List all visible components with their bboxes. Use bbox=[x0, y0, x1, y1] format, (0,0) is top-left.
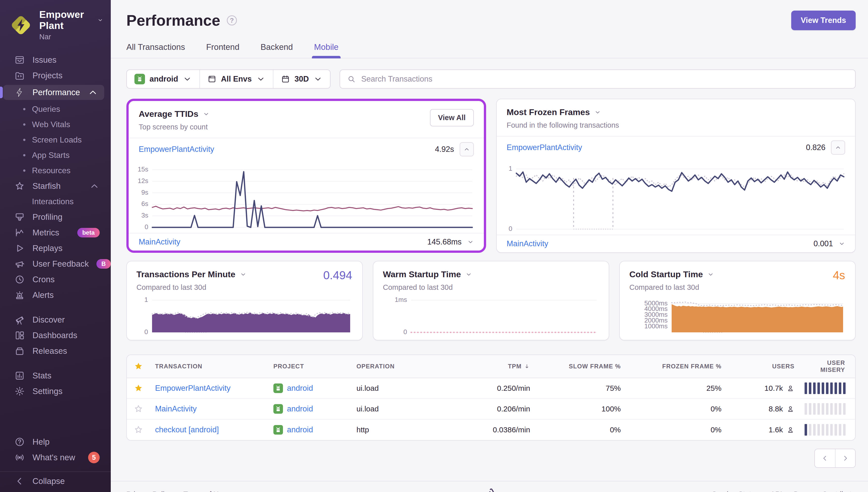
page-help-icon[interactable]: ? bbox=[227, 15, 237, 25]
main-content: Performance ? View Trends All Transactio… bbox=[111, 0, 868, 492]
chevron-down-icon bbox=[97, 16, 103, 24]
sidebar-item-starfish[interactable]: Starfish bbox=[0, 178, 111, 194]
star-toggle[interactable] bbox=[134, 384, 143, 393]
sidebar-item-issues[interactable]: Issues bbox=[0, 52, 111, 68]
transaction-link[interactable]: EmpowerPlantActivity bbox=[155, 384, 231, 393]
chevron-down-icon bbox=[256, 75, 265, 83]
sidebar-item-performance[interactable]: Performance bbox=[3, 85, 104, 100]
date-range-filter[interactable]: 30D bbox=[273, 70, 330, 88]
api-link[interactable]: API bbox=[770, 490, 782, 492]
previous-page-button[interactable] bbox=[815, 449, 835, 467]
contribute-link[interactable]: Contribute bbox=[822, 490, 856, 492]
project-cell[interactable]: android bbox=[269, 404, 352, 414]
tab-mobile[interactable]: Mobile bbox=[314, 42, 338, 58]
page-title: Performance bbox=[126, 11, 220, 29]
transaction-link[interactable]: MainActivity bbox=[507, 239, 548, 248]
sidebar-item-discover[interactable]: Discover bbox=[0, 312, 111, 327]
transaction-link[interactable]: MainActivity bbox=[139, 238, 180, 246]
sidebar-item-replays[interactable]: Replays bbox=[0, 241, 111, 256]
sidebar-item-releases[interactable]: Releases bbox=[0, 343, 111, 359]
chevron-down-icon[interactable] bbox=[839, 241, 845, 247]
project-filter[interactable]: android bbox=[127, 70, 200, 88]
next-page-button[interactable] bbox=[835, 449, 855, 467]
tab-all-transactions[interactable]: All Transactions bbox=[126, 42, 185, 58]
filter-bar: android All Envs 30D bbox=[126, 70, 856, 89]
folder-icon bbox=[14, 70, 25, 81]
docs-link[interactable]: Docs bbox=[794, 490, 810, 492]
privacy-policy-link[interactable]: Privacy Policy bbox=[126, 490, 172, 492]
tab-backend[interactable]: Backend bbox=[260, 42, 293, 58]
star-icon bbox=[14, 181, 25, 191]
col-operation[interactable]: OPERATION bbox=[352, 363, 457, 370]
transaction-link[interactable]: EmpowerPlantActivity bbox=[507, 143, 582, 152]
transaction-link[interactable]: checkout [android] bbox=[155, 425, 219, 434]
star-toggle[interactable] bbox=[134, 404, 143, 414]
star-header-icon[interactable] bbox=[134, 362, 143, 371]
sidebar-item-profiling[interactable]: Profiling bbox=[0, 209, 111, 225]
sidebar-item-help[interactable]: Help bbox=[0, 434, 111, 450]
ttid-panel-title-button[interactable]: Average TTIDs bbox=[139, 109, 209, 119]
frozen-panel-title-button[interactable]: Most Frozen Frames bbox=[507, 107, 619, 117]
sidebar-item-projects[interactable]: Projects bbox=[0, 68, 111, 83]
sidebar-item-screen-loads[interactable]: Screen Loads bbox=[0, 132, 111, 148]
svg-text:9s: 9s bbox=[142, 189, 148, 196]
service-status-link[interactable]: Service Status bbox=[712, 490, 759, 492]
search-icon bbox=[347, 75, 356, 83]
page-filters: android All Envs 30D bbox=[126, 70, 331, 89]
frozen-row-empowerplantactivity: EmpowerPlantActivity 0.826 bbox=[497, 136, 856, 158]
sidebar-collapse-button[interactable]: Collapse bbox=[0, 471, 111, 487]
sidebar-item-metrics[interactable]: Metrics beta bbox=[0, 225, 111, 241]
sidebar-item-app-starts[interactable]: App Starts bbox=[0, 148, 111, 163]
star-toggle[interactable] bbox=[134, 425, 143, 435]
sentry-logo[interactable] bbox=[484, 488, 498, 492]
user-icon bbox=[787, 404, 794, 413]
svg-text:0: 0 bbox=[509, 225, 512, 232]
transaction-link[interactable]: EmpowerPlantActivity bbox=[139, 145, 214, 154]
android-project-icon bbox=[273, 404, 283, 414]
environment-filter[interactable]: All Envs bbox=[200, 70, 273, 88]
tab-frontend[interactable]: Frontend bbox=[206, 42, 239, 58]
sidebar-item-resources[interactable]: Resources bbox=[0, 163, 111, 178]
tpm-card: Transactions Per Minute Compared to last… bbox=[126, 261, 363, 340]
sidebar-item-queries[interactable]: Queries bbox=[0, 101, 111, 117]
col-slow-frame[interactable]: SLOW FRAME % bbox=[535, 363, 626, 370]
sidebar-item-user-feedback[interactable]: User Feedback B bbox=[0, 256, 111, 272]
bullet-icon bbox=[23, 108, 25, 110]
col-tpm[interactable]: TPM bbox=[457, 363, 535, 370]
sidebar-item-interactions[interactable]: Interactions bbox=[0, 194, 111, 209]
project-cell[interactable]: android bbox=[269, 384, 352, 393]
view-trends-button[interactable]: View Trends bbox=[791, 10, 856, 30]
col-users[interactable]: USERS bbox=[726, 363, 799, 370]
sidebar-item-dashboards[interactable]: Dashboards bbox=[0, 327, 111, 343]
terms-of-use-link[interactable]: Terms of Use bbox=[183, 490, 227, 492]
chevron-up-icon bbox=[463, 146, 470, 153]
sidebar-item-settings[interactable]: Settings bbox=[0, 384, 111, 399]
broadcast-icon bbox=[14, 452, 25, 463]
col-transaction[interactable]: TRANSACTION bbox=[150, 363, 269, 370]
table-row: EmpowerPlantActivity android ui.load 0.2… bbox=[127, 378, 855, 399]
sidebar-item-alerts[interactable]: Alerts bbox=[0, 287, 111, 303]
user-misery-bars bbox=[799, 383, 856, 394]
view-all-button[interactable]: View All bbox=[430, 109, 474, 126]
col-frozen-frame[interactable]: FROZEN FRAME % bbox=[626, 363, 726, 370]
project-cell[interactable]: android bbox=[269, 425, 352, 435]
org-switcher[interactable]: Empower Plant Nar bbox=[0, 0, 111, 49]
chevron-down-icon bbox=[203, 111, 209, 117]
chevron-down-icon[interactable] bbox=[467, 239, 474, 245]
sidebar-item-whats-new[interactable]: What's new 5 bbox=[0, 450, 111, 465]
transaction-link[interactable]: MainActivity bbox=[155, 404, 197, 413]
col-user-misery[interactable]: USER MISERY bbox=[799, 359, 855, 373]
warm-card-title-button[interactable]: Warm Startup Time bbox=[383, 269, 599, 279]
sidebar-item-crons[interactable]: Crons bbox=[0, 272, 111, 287]
col-project[interactable]: PROJECT bbox=[269, 363, 352, 370]
ttid-value: 4.92s bbox=[435, 145, 454, 154]
sidebar-item-web-vitals[interactable]: Web Vitals bbox=[0, 117, 111, 132]
window-icon bbox=[207, 75, 216, 83]
cold-card-title-button[interactable]: Cold Startup Time bbox=[629, 269, 846, 279]
tpm-card-title-button[interactable]: Transactions Per Minute bbox=[136, 269, 353, 279]
sidebar-item-stats[interactable]: Stats bbox=[0, 368, 111, 384]
beta-badge: beta bbox=[77, 228, 100, 238]
search-input[interactable] bbox=[361, 75, 848, 83]
collapse-row-button[interactable] bbox=[831, 141, 845, 155]
collapse-row-button[interactable] bbox=[460, 142, 474, 156]
